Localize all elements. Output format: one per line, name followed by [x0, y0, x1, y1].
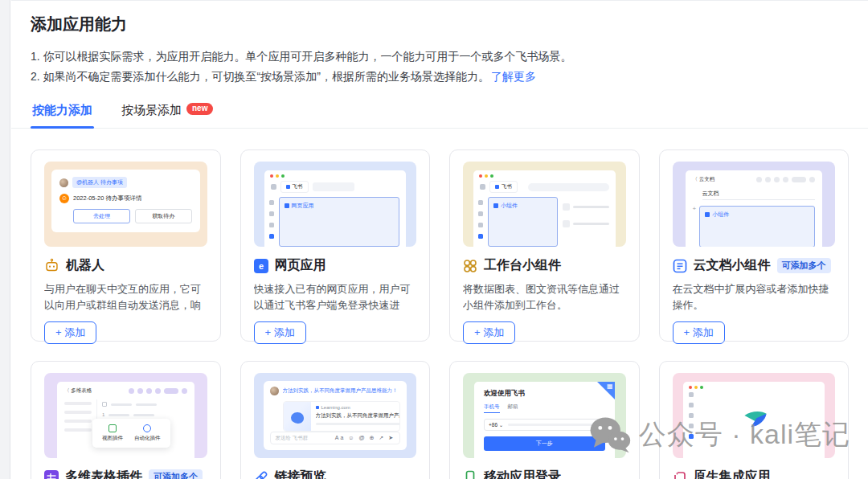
card-desc: 将数据图表、图文资讯等信息通过小组件添加到工作台。: [463, 281, 626, 313]
card-title: 移动应用登录: [484, 469, 561, 479]
view-plugin-icon: [108, 424, 117, 432]
card-title: 工作台小组件: [484, 257, 561, 274]
bitable-plugin-preview: 〈 多维表格 1 2 视图插件: [44, 373, 207, 458]
mobile-icon: [463, 470, 477, 479]
card-title: 原生集成应用: [694, 469, 771, 479]
sidebar-icons: [478, 197, 483, 247]
mention-chip: @机器人 待办事项: [72, 177, 127, 188]
card-title: 链接预览: [275, 469, 326, 479]
traffic-lights: [264, 170, 407, 178]
card-workspace-widget[interactable]: 飞书 小组件: [449, 149, 640, 342]
mock-next-button: 下一步: [484, 436, 605, 451]
tab-by-scene[interactable]: 按场景添加 new: [120, 100, 215, 128]
back-label: 〈 云文档: [693, 176, 715, 183]
link-preview-preview: 方法到实践，从不同角度掌握用户产品思维能力！ Learning.com … 方法…: [254, 373, 417, 458]
new-badge: new: [186, 103, 213, 115]
webapp-preview: 飞书 网页应用: [254, 162, 417, 247]
card-desc: 在云文档中扩展内容或者添加快捷操作。: [673, 281, 836, 313]
card-bitable-plugin[interactable]: 〈 多维表格 1 2 视图插件: [31, 361, 221, 479]
card-clouddoc-widget[interactable]: 〈 云文档 云文档 + 小组件: [659, 149, 850, 342]
message-input: 发送给 飞书群 Aa ☺ @ ⊕ ↗ ➤: [270, 432, 401, 444]
card-desc: 快速接入已有的网页应用，用户可以通过飞书客户端免登录快速进入。: [254, 281, 417, 313]
card-title: 机器人: [66, 257, 104, 274]
add-webapp-button[interactable]: + 添加: [254, 321, 306, 344]
search-bar: [528, 183, 609, 191]
multi-add-badge: 可添加多个: [149, 469, 203, 479]
card-desc: 与用户在聊天中交互的应用，它可以向用户或群组自动发送消息，响应用户的消...: [44, 281, 207, 313]
left-panel-edge: [0, 0, 10, 479]
mock-handle-button: 去处理: [73, 209, 130, 223]
back-label: 〈 多维表格: [64, 387, 92, 395]
workspace-widget-preview: 飞书 小组件: [463, 162, 626, 247]
instruction-line-1: 1. 你可以根据实际需求，为应用开启能力。单个应用可开启多种能力，一个能力可用于…: [31, 47, 849, 67]
tab-bar: 按能力添加 按场景添加 new: [11, 100, 868, 129]
link-icon: [254, 470, 268, 479]
card-robot[interactable]: @机器人 待办事项 ☺ 2022-05-20 待办事项详情 去处理 获取待办: [31, 149, 221, 342]
clouddoc-widget-preview: 〈 云文档 云文档 + 小组件: [673, 162, 836, 247]
bitable-icon: [44, 470, 59, 479]
instruction-line-2: 2. 如果尚不确定需要添加什么能力，可切换至“按场景添加”，根据所需的业务场景选…: [31, 67, 849, 87]
qr-icon: ▦: [607, 383, 613, 390]
robot-preview: @机器人 待办事项 ☺ 2022-05-20 待办事项详情 去处理 获取待办: [44, 162, 207, 247]
page-header: 添加应用能力 1. 你可以根据实际需求，为应用开启能力。单个应用可开启多种能力，…: [11, 1, 868, 87]
avatar: [270, 387, 279, 395]
add-robot-button[interactable]: + 添加: [44, 321, 96, 344]
robot-avatar-icon: ☺: [59, 194, 69, 203]
card-native-integration[interactable]: 原生集成应用: [659, 361, 850, 479]
add-capability-page: 添加应用能力 1. 你可以根据实际需求，为应用开启能力。单个应用可开启多种能力，…: [11, 0, 868, 478]
card-title: 多维表格插件: [65, 469, 142, 479]
robot-icon: [44, 258, 59, 273]
native-icon: [673, 470, 687, 479]
mock-fetch-button: 获取待办: [135, 209, 192, 223]
instruction-line-2-text: 2. 如果尚不确定需要添加什么能力，可切换至“按场景添加”，根据所需的业务场景选…: [31, 70, 489, 83]
card-title: 网页应用: [275, 257, 326, 274]
mobile-login-preview: ▦ 欢迎使用飞书 手机号 邮箱 +86 ⌄ 下一步: [463, 373, 626, 458]
multi-add-badge: 可添加多个: [777, 258, 831, 273]
avatar: [59, 178, 68, 187]
automation-plugin-icon: [143, 424, 151, 432]
traffic-lights: [683, 382, 825, 389]
native-integration-preview: [673, 373, 836, 458]
plus-icon: +: [693, 206, 697, 212]
tab-by-capability[interactable]: 按能力添加: [31, 100, 94, 128]
learn-more-link[interactable]: 了解更多: [491, 70, 536, 83]
input-toolbar-icons: Aa ☺ @ ⊕ ↗ ➤: [335, 435, 395, 441]
widget-icon: [463, 259, 477, 273]
add-clouddoc-widget-button[interactable]: + 添加: [673, 321, 725, 344]
preview-image: [284, 402, 311, 431]
page-title: 添加应用能力: [31, 14, 849, 35]
plugin-popup: 视图插件 自动化插件: [92, 419, 170, 448]
card-webapp[interactable]: 飞书 网页应用 e 网页应用 快速接: [240, 149, 431, 342]
webapp-icon: e: [254, 259, 268, 273]
clouddoc-icon: [673, 259, 687, 273]
card-link-preview[interactable]: 方法到实践，从不同角度掌握用户产品思维能力！ Learning.com … 方法…: [240, 361, 431, 479]
svg-text:e: e: [258, 261, 263, 271]
capability-card-grid: @机器人 待办事项 ☺ 2022-05-20 待办事项详情 去处理 获取待办: [11, 129, 868, 479]
add-workspace-widget-button[interactable]: + 添加: [463, 321, 515, 344]
traffic-lights: [473, 170, 616, 178]
docs-logo: [694, 391, 819, 439]
sidebar-icons: [269, 197, 274, 247]
card-title: 云文档小组件: [694, 257, 771, 274]
card-mobile-login[interactable]: ▦ 欢迎使用飞书 手机号 邮箱 +86 ⌄ 下一步: [449, 361, 640, 479]
